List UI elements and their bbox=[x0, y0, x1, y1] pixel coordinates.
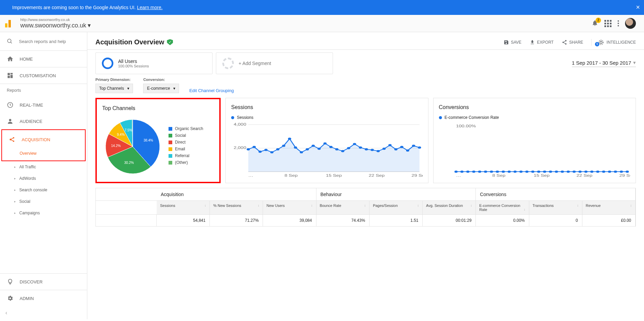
svg-point-50 bbox=[353, 143, 356, 145]
search-input[interactable]: Search reports and help bbox=[0, 32, 87, 50]
svg-text:9.4%: 9.4% bbox=[117, 133, 125, 136]
svg-point-58 bbox=[400, 146, 403, 148]
svg-point-79 bbox=[513, 171, 517, 173]
pie-legend: Organic SearchSocialDirectEmailReferral(… bbox=[169, 126, 203, 167]
table-group-header: Conversions bbox=[476, 188, 636, 201]
svg-text:8 Sep: 8 Sep bbox=[492, 174, 505, 177]
sidebar-sub-campaigns[interactable]: Campaigns bbox=[0, 207, 87, 219]
svg-point-47 bbox=[335, 148, 339, 150]
property-url: http://www.swoonworthy.co.uk bbox=[20, 18, 592, 22]
table-cell: 1.51 bbox=[370, 215, 423, 226]
close-icon[interactable]: × bbox=[636, 3, 640, 11]
legend-item[interactable]: (Other) bbox=[169, 160, 203, 165]
panel-top-channels: Top Channels 38.4%30.2%14.2%9.4%7.5% Org… bbox=[95, 98, 221, 183]
svg-point-57 bbox=[394, 148, 398, 150]
avatar[interactable] bbox=[625, 18, 636, 29]
save-button[interactable]: SAVE bbox=[504, 40, 521, 45]
svg-text:29 Sep: 29 Sep bbox=[412, 174, 422, 177]
caret-down-icon: ▾ bbox=[173, 86, 175, 91]
edit-channel-grouping-link[interactable]: Edit Channel Grouping bbox=[189, 88, 234, 93]
analytics-logo-icon[interactable] bbox=[4, 19, 14, 28]
svg-point-72 bbox=[472, 171, 475, 173]
table-column-header[interactable]: % New Sessions↓ bbox=[210, 201, 263, 215]
sidebar: Search reports and help HOME CUSTOMISATI… bbox=[0, 32, 87, 319]
nav-label: REAL-TIME bbox=[20, 103, 43, 108]
sidebar-highlight: ACQUISITION Overview bbox=[1, 129, 86, 161]
svg-point-51 bbox=[359, 147, 362, 149]
sidebar-item-admin[interactable]: ADMIN bbox=[0, 290, 87, 306]
sidebar-item-customisation[interactable]: CUSTOMISATION bbox=[0, 67, 87, 84]
legend-item[interactable]: Organic Search bbox=[169, 126, 203, 131]
svg-point-16 bbox=[562, 42, 564, 43]
svg-point-17 bbox=[565, 43, 567, 44]
svg-point-95 bbox=[608, 171, 611, 173]
svg-point-78 bbox=[507, 171, 511, 173]
table-cell: 00:01:29 bbox=[423, 215, 476, 226]
intelligence-button[interactable]: 5 INTELLIGENCE bbox=[591, 39, 636, 46]
legend-item[interactable]: Email bbox=[169, 147, 203, 151]
table-column-header[interactable]: Bounce Rate↓ bbox=[316, 201, 370, 215]
share-button[interactable]: SHARE bbox=[562, 40, 583, 45]
search-placeholder: Search reports and help bbox=[19, 39, 66, 44]
top-bar: http://www.swoonworthy.co.uk www.swoonwo… bbox=[0, 15, 644, 32]
svg-point-86 bbox=[555, 171, 558, 173]
verified-shield-icon bbox=[167, 39, 173, 45]
sidebar-sub-search-console[interactable]: Search console bbox=[0, 184, 87, 196]
svg-point-90 bbox=[578, 171, 582, 173]
svg-rect-4 bbox=[8, 73, 10, 76]
svg-point-38 bbox=[282, 145, 286, 147]
svg-point-9 bbox=[9, 119, 12, 121]
sidebar-item-audience[interactable]: AUDIENCE bbox=[0, 113, 87, 129]
series-label: Sessions bbox=[231, 115, 423, 120]
notifications-button[interactable]: 2 bbox=[592, 20, 598, 27]
svg-line-18 bbox=[564, 41, 565, 42]
sidebar-sub-social[interactable]: Social bbox=[0, 196, 87, 207]
table-column-header[interactable] bbox=[96, 201, 157, 215]
primary-dimension-select[interactable]: Top Channels▾ bbox=[95, 84, 133, 93]
table-column-header[interactable]: Revenue↓ bbox=[582, 201, 636, 215]
home-icon bbox=[7, 56, 14, 62]
export-button[interactable]: EXPORT bbox=[530, 40, 554, 45]
banner-learn-more-link[interactable]: Learn more. bbox=[137, 5, 162, 10]
table-column-header[interactable]: Avg. Session Duration↓ bbox=[423, 201, 476, 215]
sidebar-collapse-button[interactable]: ‹ bbox=[0, 306, 87, 319]
legend-item[interactable]: Social bbox=[169, 133, 203, 138]
add-segment-button[interactable]: + Add Segment bbox=[216, 52, 333, 74]
table-column-header[interactable]: Pages/Session↓ bbox=[370, 201, 423, 215]
legend-item[interactable]: Referral bbox=[169, 153, 203, 158]
sidebar-sub-all-traffic[interactable]: All Traffic bbox=[0, 161, 87, 173]
sidebar-item-discover[interactable]: DISCOVER bbox=[0, 274, 87, 290]
caret-down-icon: ▾ bbox=[88, 22, 91, 29]
share-icon bbox=[562, 40, 567, 45]
property-selector[interactable]: http://www.swoonworthy.co.uk www.swoonwo… bbox=[20, 18, 592, 29]
apps-grid-icon[interactable] bbox=[604, 20, 612, 27]
nav-label: ACQUISITION bbox=[22, 137, 50, 142]
sidebar-sub-overview[interactable]: Overview bbox=[2, 148, 85, 159]
svg-point-94 bbox=[602, 171, 605, 173]
sidebar-item-home[interactable]: HOME bbox=[0, 51, 87, 67]
table-column-header[interactable]: E-commerce Conversion Rate↓ bbox=[476, 201, 529, 215]
page-title: Acquisition Overview bbox=[95, 38, 164, 46]
table-column-header[interactable]: New Users↓ bbox=[263, 201, 316, 215]
date-range-picker[interactable]: 1 Sep 2017 - 30 Sep 2017 ▾ bbox=[572, 60, 636, 67]
legend-item[interactable]: Direct bbox=[169, 140, 203, 145]
svg-point-75 bbox=[490, 171, 493, 173]
conversion-select[interactable]: E-commerce▾ bbox=[143, 84, 179, 93]
sidebar-item-realtime[interactable]: REAL-TIME bbox=[0, 97, 87, 113]
table-column-header[interactable]: Sessions↓ bbox=[157, 201, 210, 215]
svg-text:8 Sep: 8 Sep bbox=[285, 174, 298, 177]
table-column-header[interactable]: Transactions↓ bbox=[529, 201, 582, 215]
panel-conversions: Conversions E-commerce Conversion Rate 1… bbox=[433, 98, 636, 183]
panel-title: Conversions bbox=[439, 104, 630, 110]
svg-point-33 bbox=[252, 146, 256, 148]
svg-point-20 bbox=[600, 41, 602, 43]
svg-point-74 bbox=[484, 171, 487, 173]
more-menu-icon[interactable] bbox=[618, 20, 619, 26]
sessions-line-chart: 2,0004,000…8 Sep15 Sep22 Sep29 Sep bbox=[231, 123, 423, 178]
sidebar-sub-adwords[interactable]: AdWords bbox=[0, 173, 87, 184]
save-icon bbox=[504, 40, 509, 45]
segment-all-users[interactable]: All Users 100.00% Sessions bbox=[95, 52, 213, 74]
svg-point-45 bbox=[324, 142, 327, 144]
sidebar-item-acquisition[interactable]: ACQUISITION bbox=[2, 131, 85, 148]
svg-point-87 bbox=[560, 171, 564, 173]
